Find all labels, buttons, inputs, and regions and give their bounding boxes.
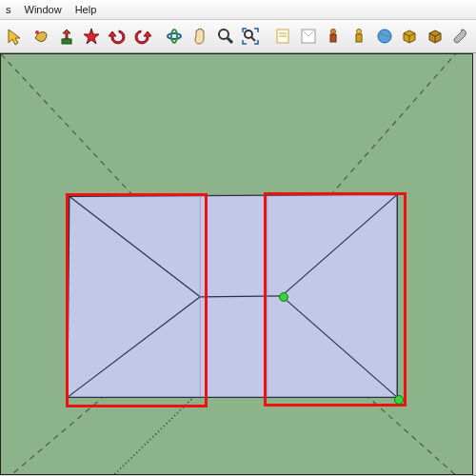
endpoint-corner (394, 395, 404, 405)
wrench-icon[interactable] (448, 23, 472, 50)
svg-line-5 (228, 38, 232, 43)
figure-icon[interactable] (322, 23, 346, 50)
zoom-icon[interactable] (213, 23, 237, 50)
sheet-icon[interactable] (296, 23, 320, 50)
svg-point-12 (331, 30, 336, 34)
zoom-extents-icon[interactable] (239, 23, 263, 50)
menu-item-help[interactable]: Help (75, 4, 97, 15)
box-icon[interactable] (398, 23, 422, 50)
redo-icon[interactable] (130, 23, 154, 50)
toolbar (0, 20, 476, 53)
svg-point-2 (168, 33, 181, 39)
figure2-icon[interactable] (347, 23, 371, 50)
paint-icon[interactable] (30, 23, 53, 50)
doc-icon[interactable] (271, 23, 295, 50)
endpoint-mid (279, 292, 288, 302)
menu-item-window[interactable]: Window (25, 4, 62, 15)
svg-point-3 (171, 30, 177, 43)
star-icon[interactable] (80, 23, 104, 50)
svg-point-4 (219, 30, 228, 39)
svg-point-0 (35, 30, 39, 34)
menu-bar[interactable]: s Window Help (0, 0, 476, 20)
svg-point-6 (245, 30, 252, 38)
select-icon[interactable] (4, 23, 28, 50)
svg-point-14 (357, 30, 362, 34)
orbit-icon[interactable] (163, 23, 187, 50)
push-icon[interactable] (54, 23, 78, 50)
box2-icon[interactable] (424, 23, 447, 50)
svg-line-7 (251, 37, 255, 41)
svg-rect-1 (62, 39, 71, 44)
highlight-left (66, 193, 208, 407)
svg-rect-15 (356, 34, 362, 42)
viewport-canvas[interactable] (0, 53, 473, 475)
viewport[interactable] (0, 53, 476, 476)
undo-icon[interactable] (106, 23, 129, 50)
svg-rect-13 (330, 34, 336, 42)
globe-icon[interactable] (372, 23, 396, 50)
pan-icon[interactable] (188, 23, 212, 50)
menu-item[interactable]: s (6, 4, 11, 15)
